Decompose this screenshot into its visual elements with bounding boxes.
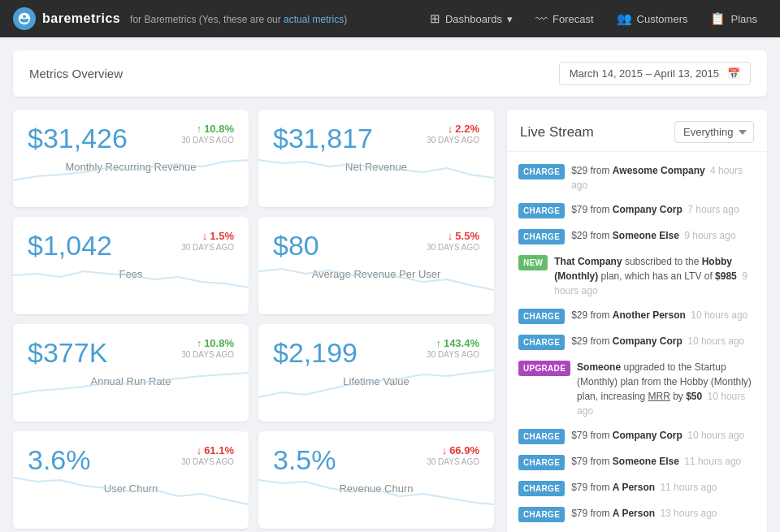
plans-icon: 📋	[710, 11, 726, 26]
metric-card-mrr: $31,426 ↑ 10.8% 30 DAYS AGO Monthly Recu…	[13, 110, 249, 207]
brand-text: baremetrics for Baremetrics (Yes, these …	[42, 11, 347, 26]
nav-dashboards-label: Dashboards	[445, 13, 502, 25]
metric-days-arr: 30 DAYS AGO	[181, 350, 234, 359]
list-item: CHARGE $29 from Awesome Company 4 hours …	[507, 158, 767, 197]
customers-icon: 👥	[617, 11, 632, 26]
stream-badge-charge: CHARGE	[518, 429, 565, 444]
metrics-grid: $31,426 ↑ 10.8% 30 DAYS AGO Monthly Recu…	[13, 110, 494, 532]
list-item: CHARGE $79 from A Person 13 hours ago	[507, 501, 767, 527]
metric-value-revenue-churn: 3.5%	[273, 444, 336, 476]
metric-value-mrr: $31,426	[28, 123, 128, 154]
metric-days-ltv: 30 DAYS AGO	[427, 350, 479, 359]
stream-badge-charge: CHARGE	[518, 455, 565, 470]
metric-card-user-churn: 3.6% ↓ 61.1% 30 DAYS AGO User Churn	[13, 431, 249, 529]
calendar-icon: 📅	[727, 67, 740, 80]
brand-name: baremetrics	[42, 11, 120, 25]
list-item: CHARGE $79 from Company Corp 10 hours ag…	[507, 423, 767, 449]
stream-text: That Company subscribed to the Hobby (Mo…	[554, 254, 756, 298]
list-item: CHARGE $249 from A Company 13 hours ago	[507, 527, 767, 532]
metric-value-arpu: $80	[273, 230, 319, 262]
nav-plans[interactable]: 📋 Plans	[700, 6, 767, 31]
stream-badge-charge: CHARGE	[518, 481, 565, 496]
stream-text: $29 from Someone Else 9 hours ago	[571, 228, 756, 243]
metric-chart-revenue-churn	[258, 474, 494, 506]
stream-text: $79 from A Person 13 hours ago	[571, 506, 756, 521]
list-item: CHARGE $79 from A Person 11 hours ago	[507, 475, 767, 501]
main-grid: $31,426 ↑ 10.8% 30 DAYS AGO Monthly Recu…	[13, 110, 767, 532]
list-item: CHARGE $79 from Someone Else 11 hours ag…	[507, 449, 767, 475]
stream-badge-new: NEW	[518, 255, 548, 270]
actual-text: Yes, these are our	[202, 14, 284, 25]
list-item: CHARGE $29 from Someone Else 9 hours ago	[507, 223, 767, 249]
stream-badge-charge: CHARGE	[518, 335, 565, 350]
date-range-text: March 14, 2015 – April 13, 2015	[570, 67, 719, 80]
nav-customers-label: Customers	[637, 13, 688, 25]
metric-chart-arr	[13, 366, 249, 399]
metric-card-net-revenue: $31,817 ↓ 2.2% 30 DAYS AGO Net Revenue	[258, 110, 494, 207]
metric-chart-fees	[13, 259, 249, 292]
list-item: CHARGE $29 from Another Person 10 hours …	[507, 303, 767, 329]
metric-value-fees: $1,042	[28, 230, 112, 262]
metrics-overview-title: Metrics Overview	[29, 67, 123, 80]
stream-badge-charge: CHARGE	[518, 507, 565, 522]
list-item: UPGRADE Someone upgraded to the Startup …	[507, 355, 767, 423]
stream-text: $79 from Company Corp 10 hours ago	[571, 428, 756, 443]
stream-text: Someone upgraded to the Startup (Monthly…	[577, 360, 756, 418]
metric-change-ltv: ↑ 143.4%	[436, 337, 479, 349]
header: baremetrics for Baremetrics (Yes, these …	[0, 0, 780, 37]
metric-days-user-churn: 30 DAYS AGO	[181, 457, 234, 466]
live-stream-filter-wrap: Everything Charges New Upgrades Failed	[674, 121, 754, 143]
metric-value-net-revenue: $31,817	[273, 123, 373, 154]
stream-text: $29 from Company Corp 10 hours ago	[571, 334, 756, 348]
metric-chart-net-revenue	[258, 152, 494, 184]
metric-card-ltv: $2,199 ↑ 143.4% 30 DAYS AGO Lifetime Val…	[258, 324, 494, 422]
list-item: CHARGE $29 from Company Corp 10 hours ag…	[507, 329, 767, 355]
stream-text: $79 from A Person 11 hours ago	[571, 480, 756, 495]
nav-plans-label: Plans	[730, 13, 757, 25]
metric-card-revenue-churn: 3.5% ↓ 66.9% 30 DAYS AGO Revenue Churn	[258, 431, 494, 529]
nav-forecast-label: Forecast	[552, 13, 594, 25]
stream-badge-charge: CHARGE	[518, 164, 565, 179]
metric-card-arpu: $80 ↓ 5.5% 30 DAYS AGO Average Revenue P…	[258, 217, 494, 314]
metric-value-arr: $377K	[28, 337, 107, 369]
chevron-down-icon: ▾	[507, 13, 513, 25]
stream-badge-charge: CHARGE	[518, 229, 565, 244]
metric-days-mrr: 30 DAYS AGO	[181, 136, 234, 145]
metric-card-fees: $1,042 ↓ 1.5% 30 DAYS AGO Fees	[13, 217, 249, 314]
stream-text: $29 from Another Person 10 hours ago	[571, 308, 756, 322]
main-nav: ⊞ Dashboards ▾ 〰 Forecast 👥 Customers 📋 …	[420, 6, 767, 31]
actual-metrics-link[interactable]: actual metrics	[284, 14, 344, 25]
metric-change-revenue-churn: ↓ 66.9%	[442, 444, 479, 456]
metric-days-net-revenue: 30 DAYS AGO	[427, 136, 479, 145]
metric-value-ltv: $2,199	[273, 337, 358, 369]
nav-dashboards[interactable]: ⊞ Dashboards ▾	[420, 6, 522, 31]
logo-icon	[13, 7, 36, 30]
forecast-icon: 〰	[535, 12, 548, 26]
metric-value-user-churn: 3.6%	[28, 444, 91, 476]
live-stream-title: Live Stream	[520, 124, 594, 141]
metric-change-user-churn: ↓ 61.1%	[197, 444, 234, 456]
list-item: NEW That Company subscribed to the Hobby…	[507, 249, 767, 303]
metric-days-revenue-churn: 30 DAYS AGO	[427, 457, 479, 466]
date-range-picker[interactable]: March 14, 2015 – April 13, 2015 📅	[559, 62, 751, 85]
stream-text: $79 from Company Corp 7 hours ago	[571, 202, 756, 217]
content-area: Metrics Overview March 14, 2015 – April …	[0, 37, 780, 532]
stream-badge-charge: CHARGE	[518, 203, 565, 218]
nav-forecast[interactable]: 〰 Forecast	[526, 7, 604, 31]
metric-change-net-revenue: ↓ 2.2%	[448, 123, 479, 135]
metric-chart-mrr	[13, 152, 249, 184]
logo: baremetrics for Baremetrics (Yes, these …	[13, 7, 347, 30]
stream-text: $29 from Awesome Company 4 hours ago	[571, 163, 756, 192]
metric-change-fees: ↓ 1.5%	[202, 230, 234, 242]
stream-badge-charge: CHARGE	[518, 309, 565, 324]
date-bar: Metrics Overview March 14, 2015 – April …	[13, 50, 767, 97]
nav-customers[interactable]: 👥 Customers	[607, 6, 698, 31]
dashboard-icon: ⊞	[430, 11, 440, 26]
metric-days-fees: 30 DAYS AGO	[181, 243, 234, 252]
live-stream-panel: Live Stream Everything Charges New Upgra…	[507, 110, 767, 532]
metric-chart-user-churn	[13, 474, 249, 506]
metric-change-arr: ↑ 10.8%	[197, 337, 234, 349]
metric-days-arpu: 30 DAYS AGO	[427, 243, 479, 252]
live-stream-header: Live Stream Everything Charges New Upgra…	[507, 110, 767, 152]
live-stream-filter[interactable]: Everything Charges New Upgrades Failed	[674, 121, 754, 143]
